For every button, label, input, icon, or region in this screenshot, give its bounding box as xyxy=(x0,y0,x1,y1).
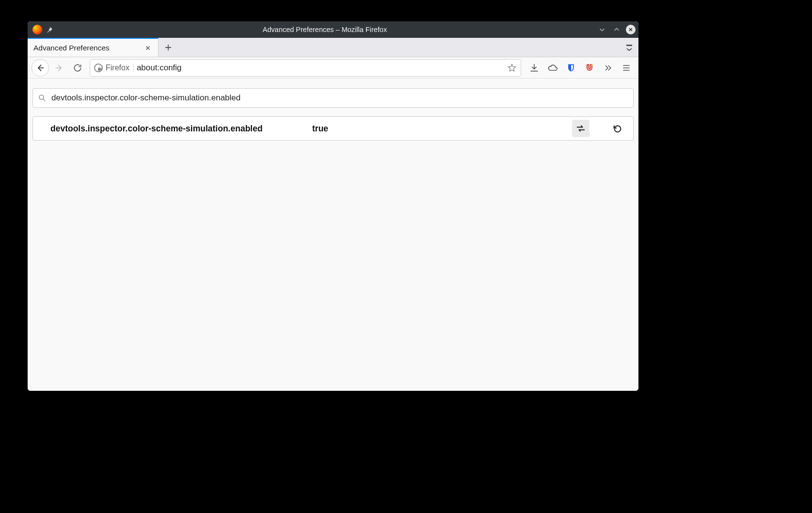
tab-bar: Advanced Preferences xyxy=(28,38,638,57)
firefox-window: Advanced Preferences – Mozilla Firefox A… xyxy=(28,21,638,391)
pref-row: devtools.inspector.color-scheme-simulati… xyxy=(32,116,634,141)
window-maximize-button[interactable] xyxy=(611,24,622,35)
toolbar-extra xyxy=(526,60,635,76)
tab-close-icon[interactable] xyxy=(144,45,152,51)
window-minimize-button[interactable] xyxy=(597,24,607,35)
downloads-button[interactable] xyxy=(526,60,542,76)
list-all-tabs-button[interactable] xyxy=(620,38,638,57)
app-menu-button[interactable] xyxy=(618,60,635,76)
reload-button[interactable] xyxy=(69,60,86,76)
forward-button[interactable] xyxy=(51,60,67,76)
window-close-button[interactable] xyxy=(626,25,636,34)
pref-search-box[interactable] xyxy=(32,88,634,108)
tab-title: Advanced Preferences xyxy=(33,44,140,52)
navigation-toolbar: Firefox about:config xyxy=(28,57,638,79)
pref-name: devtools.inspector.color-scheme-simulati… xyxy=(50,124,293,134)
svg-rect-0 xyxy=(626,45,632,46)
identity-label: Firefox xyxy=(106,64,129,72)
cloud-icon[interactable] xyxy=(544,60,561,76)
svg-point-2 xyxy=(39,95,44,99)
new-tab-button[interactable] xyxy=(159,38,178,57)
pref-reset-button[interactable] xyxy=(609,120,626,137)
bookmark-star-icon[interactable] xyxy=(506,63,518,73)
window-titlebar: Advanced Preferences – Mozilla Firefox xyxy=(28,21,638,38)
identity-box[interactable]: Firefox xyxy=(93,64,134,72)
pref-value: true xyxy=(312,124,553,134)
firefox-logo-icon xyxy=(32,25,42,34)
magnet-icon[interactable] xyxy=(581,60,598,76)
search-icon xyxy=(38,94,47,102)
about-config-content: devtools.inspector.color-scheme-simulati… xyxy=(28,79,638,391)
svg-point-1 xyxy=(591,64,592,65)
pref-toggle-button[interactable] xyxy=(572,120,589,137)
bitwarden-icon[interactable] xyxy=(563,60,579,76)
url-bar[interactable]: Firefox about:config xyxy=(90,59,521,77)
window-title: Advanced Preferences – Mozilla Firefox xyxy=(57,26,593,33)
tab-advanced-preferences[interactable]: Advanced Preferences xyxy=(28,38,159,57)
firefox-glyph-icon xyxy=(94,64,103,72)
back-button[interactable] xyxy=(32,59,49,77)
pin-icon[interactable] xyxy=(46,26,53,33)
url-text: about:config xyxy=(137,63,503,73)
pref-search-input[interactable] xyxy=(51,93,628,103)
overflow-chevrons-icon[interactable] xyxy=(600,60,616,76)
